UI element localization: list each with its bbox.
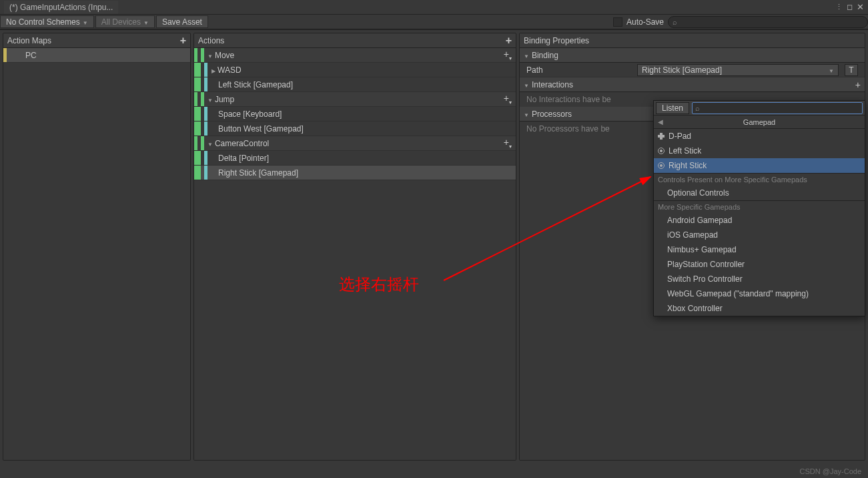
binding-row[interactable]: Button West [Gamepad]: [194, 122, 516, 136]
popup-breadcrumb-label: Gamepad: [743, 118, 775, 126]
popup-item[interactable]: Right Stick: [654, 158, 865, 173]
binding-row[interactable]: WASD: [194, 63, 516, 77]
popup-item[interactable]: Switch Pro Controller: [654, 272, 865, 286]
action-label: CameraControl: [215, 139, 269, 148]
close-icon[interactable]: ✕: [857, 2, 864, 12]
binding-row[interactable]: Space [Keyboard]: [194, 107, 516, 122]
stick-icon: [658, 162, 665, 169]
popup-search[interactable]: ⌕: [692, 102, 863, 114]
processors-section-label: Processors: [532, 109, 572, 119]
devices-dropdown[interactable]: All Devices: [95, 15, 155, 28]
foldout-icon: [524, 51, 529, 60]
popup-item[interactable]: Nimbus+ Gamepad: [654, 242, 865, 257]
chevron-down-icon: [83, 17, 88, 27]
binding-row[interactable]: Delta [Pointer]: [194, 151, 516, 166]
action-maps-panel: Action Maps + PC: [3, 33, 191, 461]
popup-item-label: WebGL Gamepad ("standard" mapping): [667, 289, 809, 298]
search-icon: ⌕: [695, 104, 700, 112]
back-icon[interactable]: ◀: [658, 118, 663, 126]
popup-item-label: Nimbus+ Gamepad: [667, 245, 737, 254]
add-interaction-button[interactable]: +: [855, 79, 861, 90]
toolbar: No Control Schemes All Devices Save Asse…: [0, 15, 868, 29]
toolbar-search[interactable]: ⌕: [668, 16, 868, 28]
action-maps-title: Action Maps: [7, 36, 51, 45]
binding-properties-title: Binding Properties: [524, 36, 589, 45]
actions-panel: Actions + Move+▾WASDLeft Stick [Gamepad]…: [193, 33, 516, 461]
popup-item[interactable]: Optional Controls: [654, 186, 865, 200]
binding-label: Right Stick [Gamepad]: [218, 168, 298, 178]
more-icon[interactable]: ⋮: [835, 3, 843, 11]
chevron-down-icon: [143, 17, 149, 27]
search-icon: ⌕: [673, 18, 677, 26]
binding-label: Button West [Gamepad]: [218, 124, 304, 134]
save-asset-button[interactable]: Save Asset: [156, 15, 208, 28]
popup-item-label: iOS Gamepad: [667, 230, 718, 240]
action-label: Move: [215, 51, 234, 60]
popup-item-label: Optional Controls: [667, 188, 729, 198]
binding-section-label: Binding: [532, 51, 558, 60]
path-text-toggle[interactable]: T: [845, 64, 858, 76]
popup-item[interactable]: Android Gamepad: [654, 213, 865, 228]
popup-group-header: Controls Present on More Specific Gamepa…: [654, 173, 865, 186]
interactions-section-label: Interactions: [532, 80, 573, 89]
control-schemes-label: No Control Schemes: [6, 17, 80, 27]
popup-item-label: Android Gamepad: [667, 216, 732, 225]
action-map-label: PC: [7, 51, 37, 60]
action-row[interactable]: CameraControl+▾: [194, 136, 516, 151]
popup-breadcrumb[interactable]: ◀ Gamepad: [654, 115, 865, 129]
chevron-down-icon: [829, 65, 834, 75]
add-binding-button[interactable]: +▾: [504, 49, 512, 61]
action-map-row[interactable]: PC: [3, 48, 190, 63]
control-schemes-dropdown[interactable]: No Control Schemes: [0, 15, 94, 28]
foldout-icon: [211, 65, 215, 75]
path-picker-popup: Listen ⌕ ◀ Gamepad D-PadLeft StickRight …: [653, 100, 865, 316]
binding-row[interactable]: Right Stick [Gamepad]: [194, 166, 516, 180]
foldout-icon: [524, 109, 529, 119]
path-dropdown[interactable]: Right Stick [Gamepad]: [637, 64, 839, 76]
popup-item[interactable]: WebGL Gamepad ("standard" mapping): [654, 286, 865, 301]
foldout-icon: [207, 51, 213, 60]
binding-section-header[interactable]: Binding: [520, 48, 865, 63]
watermark: CSDN @Jay-Code: [800, 467, 861, 475]
binding-label: Delta [Pointer]: [218, 154, 269, 163]
action-row[interactable]: Move+▾: [194, 48, 516, 63]
add-action-map-button[interactable]: +: [180, 35, 186, 47]
binding-label: WASD: [218, 65, 242, 75]
add-binding-button[interactable]: +▾: [504, 137, 512, 150]
popup-item-label: Left Stick: [669, 146, 701, 156]
popup-item-label: PlayStation Controller: [667, 260, 745, 269]
add-action-button[interactable]: +: [506, 35, 512, 47]
auto-save-checkbox[interactable]: [613, 17, 622, 27]
foldout-icon: [207, 95, 213, 104]
auto-save-label: Auto-Save: [626, 17, 664, 27]
binding-label: Space [Keyboard]: [218, 109, 282, 119]
action-label: Jump: [215, 95, 234, 104]
popup-item[interactable]: Left Stick: [654, 144, 865, 158]
window-tab[interactable]: (*) GameInputActions (Inpu...: [4, 1, 118, 14]
popup-group-header: More Specific Gamepads: [654, 200, 865, 213]
popup-item[interactable]: Xbox Controller: [654, 301, 865, 316]
popup-item[interactable]: D-Pad: [654, 129, 865, 144]
add-binding-button[interactable]: +▾: [504, 93, 512, 105]
popup-item-label: Xbox Controller: [667, 304, 723, 313]
devices-label: All Devices: [101, 17, 141, 27]
binding-row[interactable]: Left Stick [Gamepad]: [194, 77, 516, 92]
dpad-icon: [658, 133, 665, 140]
foldout-icon: [207, 139, 213, 148]
foldout-icon: [524, 80, 529, 89]
popup-item[interactable]: PlayStation Controller: [654, 257, 865, 272]
stick-icon: [658, 148, 665, 154]
popup-item-label: Switch Pro Controller: [667, 274, 743, 284]
interactions-section-header[interactable]: Interactions +: [520, 77, 865, 92]
popup-item-label: D-Pad: [669, 132, 691, 141]
action-row[interactable]: Jump+▾: [194, 92, 516, 107]
path-label: Path: [526, 65, 633, 75]
window-titlebar: (*) GameInputActions (Inpu... ⋮ ◻ ✕: [0, 0, 868, 15]
popup-item-label: Right Stick: [669, 161, 707, 170]
listen-button[interactable]: Listen: [656, 102, 689, 114]
actions-title: Actions: [198, 36, 224, 45]
binding-label: Left Stick [Gamepad]: [218, 80, 293, 89]
path-value: Right Stick [Gamepad]: [642, 65, 722, 75]
maximize-icon[interactable]: ◻: [847, 3, 853, 11]
popup-item[interactable]: iOS Gamepad: [654, 228, 865, 242]
